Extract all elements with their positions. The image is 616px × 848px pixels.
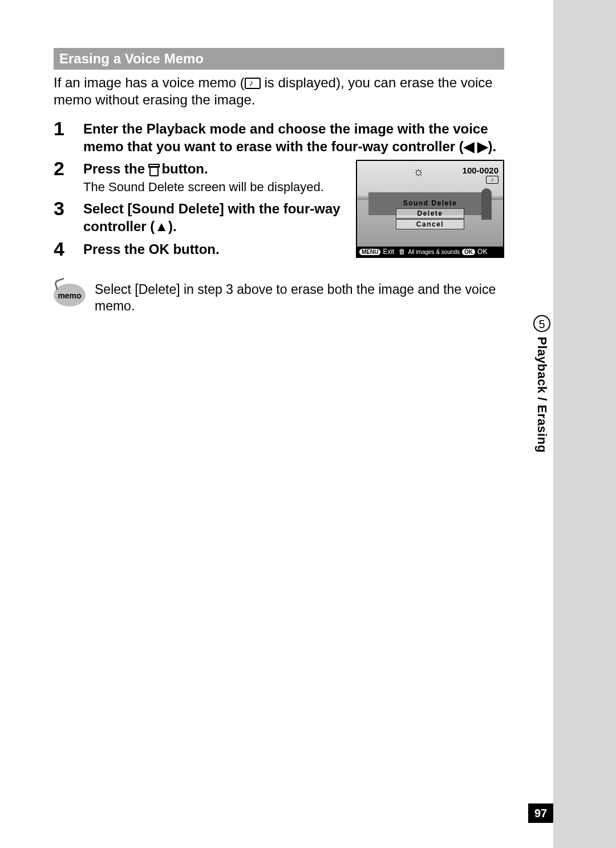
lcd-image-area: ☼ 100-0020 ♪ Sound Delete Delete Cancel xyxy=(357,161,503,247)
step-2-title-after: button. xyxy=(158,161,208,176)
step-2-desc: The Sound Delete screen will be displaye… xyxy=(83,179,349,196)
page-number: 97 xyxy=(528,803,553,823)
memo-icon: memo xyxy=(54,284,86,306)
chapter-label: Playback / Erasing xyxy=(534,337,549,453)
chapter-side-tab: 5 Playback / Erasing xyxy=(530,315,553,453)
step-2-title: Press the button. xyxy=(83,160,349,177)
intro-paragraph: If an image has a voice memo ( is displa… xyxy=(54,74,504,108)
step-2: 2 Press the button. The Sound Delete scr… xyxy=(54,159,349,195)
voice-memo-icon xyxy=(245,78,261,89)
lcd-menu-cancel: Cancel xyxy=(396,219,464,229)
lcd-background-tree xyxy=(481,188,492,220)
lcd-delete-menu: Sound Delete Delete Cancel xyxy=(396,198,464,230)
memo-text: Select [Delete] in step 3 above to erase… xyxy=(95,281,497,316)
lcd-exit-label: Exit xyxy=(383,248,394,256)
lcd-all-label: All images & sounds xyxy=(408,249,460,255)
step-number: 4 xyxy=(54,239,83,259)
page-right-margin xyxy=(553,0,616,848)
chapter-number-circle: 5 xyxy=(533,315,550,332)
step-1: 1 Enter the Playback mode and choose the… xyxy=(54,119,504,155)
step-4-title: Press the OK button. xyxy=(83,240,349,258)
lcd-menu-sound-delete: Sound Delete xyxy=(396,199,464,208)
lcd-bottom-bar: MENU Exit 🗑 All images & sounds OK OK xyxy=(357,247,503,257)
step-1-title: Enter the Playback mode and choose the i… xyxy=(83,120,504,155)
steps-list: 1 Enter the Playback mode and choose the… xyxy=(54,119,504,262)
step-2-title-before: Press the xyxy=(83,161,149,176)
memo-note: memo Select [Delete] in step 3 above to … xyxy=(54,277,504,320)
step-number: 1 xyxy=(54,119,83,138)
step-number: 3 xyxy=(54,199,83,218)
brightness-icon: ☼ xyxy=(413,164,424,179)
step-3-title: Select [Sound Delete] with the four-way … xyxy=(83,200,349,235)
voice-memo-icon: ♪ xyxy=(486,176,499,184)
lcd-menu-delete: Delete xyxy=(396,208,464,219)
menu-badge: MENU xyxy=(359,249,380,255)
trash-icon xyxy=(149,164,158,175)
page-content: Erasing a Voice Memo If an image has a v… xyxy=(54,48,504,320)
lcd-image-id: 100-0020 xyxy=(463,165,499,175)
step-3: 3 Select [Sound Delete] with the four-wa… xyxy=(54,199,349,235)
step-number: 2 xyxy=(54,159,83,178)
step-4: 4 Press the OK button. xyxy=(54,239,349,259)
lcd-ok-label: OK xyxy=(477,248,487,256)
section-header: Erasing a Voice Memo xyxy=(54,48,504,70)
intro-text-before: If an image has a voice memo ( xyxy=(54,75,245,90)
ok-badge: OK xyxy=(462,249,475,255)
trash-icon: 🗑 xyxy=(399,248,406,256)
camera-lcd-preview: ☼ 100-0020 ♪ Sound Delete Delete Cancel … xyxy=(356,160,504,258)
